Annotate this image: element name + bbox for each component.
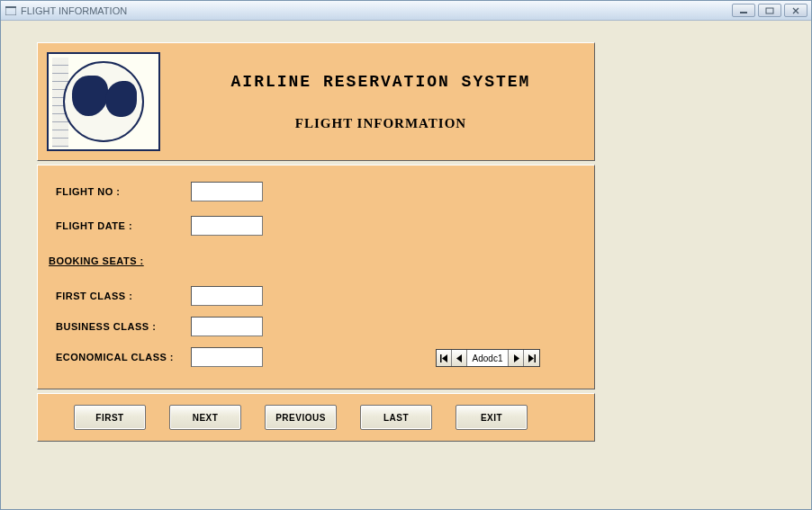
body-panel: FLIGHT NO : FLIGHT DATE : BOOKING SEATS … [37,165,595,389]
row-flight-date: FLIGHT DATE : [56,216,576,236]
header-panel: AIRLINE RESERVATION SYSTEM FLIGHT INFORM… [37,42,595,161]
svg-marker-6 [456,354,462,362]
row-flight-no: FLIGHT NO : [56,182,576,201]
form-icon [5,4,17,17]
window-controls [732,4,807,17]
maximize-button[interactable] [758,4,781,17]
window-title: FLIGHT INFORMATION [21,5,732,16]
adodc-first-button[interactable] [437,350,452,366]
logo-image [47,52,160,151]
main-title: AIRLINE RESERVATION SYSTEM [176,73,585,91]
business-class-input[interactable] [191,317,263,336]
svg-rect-1 [5,6,16,8]
sub-title: FLIGHT INFORMATION [176,116,585,131]
flight-no-label: FLIGHT NO : [56,186,191,197]
svg-rect-4 [440,354,442,362]
close-button[interactable] [784,4,807,17]
previous-button[interactable]: PREVIOUS [265,405,337,430]
adodc-caption: Adodc1 [467,350,509,366]
first-class-input[interactable] [191,286,263,306]
flight-date-input[interactable] [191,216,263,236]
svg-marker-5 [442,354,447,362]
next-button[interactable]: NEXT [169,405,241,430]
adodc-control: Adodc1 [436,349,540,367]
globe-icon [63,61,144,142]
flight-date-label: FLIGHT DATE : [56,220,191,231]
booking-seats-header: BOOKING SEATS : [49,255,576,266]
first-class-label: FIRST CLASS : [56,291,191,301]
svg-rect-2 [740,12,747,13]
last-button[interactable]: LAST [360,405,432,430]
titlebar: FLIGHT INFORMATION [1,1,811,21]
flight-no-input[interactable] [191,182,263,201]
app-window: FLIGHT INFORMATION AIRLINE RESERVATION S… [0,0,812,510]
svg-rect-9 [535,354,537,362]
exit-button[interactable]: EXIT [456,405,528,430]
row-business-class: BUSINESS CLASS : [56,317,576,336]
row-first-class: FIRST CLASS : [56,286,576,306]
adodc-prev-button[interactable] [452,350,467,366]
header-text-group: AIRLINE RESERVATION SYSTEM FLIGHT INFORM… [176,73,585,131]
svg-rect-3 [766,8,773,13]
economical-class-label: ECONOMICAL CLASS : [56,352,191,362]
business-class-label: BUSINESS CLASS : [56,321,191,332]
economical-class-input[interactable] [191,347,263,367]
first-button[interactable]: FIRST [74,405,146,430]
adodc-last-button[interactable] [524,350,539,366]
svg-marker-7 [514,354,519,362]
form-container: AIRLINE RESERVATION SYSTEM FLIGHT INFORM… [37,42,595,442]
footer-panel: FIRST NEXT PREVIOUS LAST EXIT [37,393,595,442]
svg-marker-8 [528,354,534,362]
client-area: AIRLINE RESERVATION SYSTEM FLIGHT INFORM… [1,21,811,509]
adodc-next-button[interactable] [509,350,524,366]
minimize-button[interactable] [732,4,755,17]
